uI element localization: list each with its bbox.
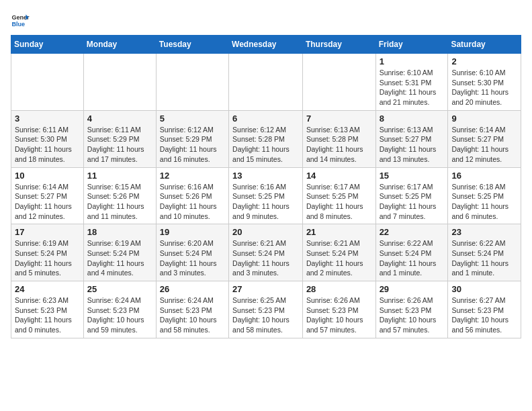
day-number: 2	[451, 56, 517, 66]
calendar-cell: 11Sunrise: 6:15 AM Sunset: 5:26 PM Dayli…	[83, 167, 156, 224]
day-number: 3	[15, 113, 80, 124]
day-number: 15	[380, 171, 445, 181]
calendar-cell: 30Sunrise: 6:27 AM Sunset: 5:23 PM Dayli…	[448, 281, 521, 338]
calendar-cell	[229, 54, 303, 111]
day-info: Sunrise: 6:20 AM Sunset: 5:24 PM Dayligh…	[160, 238, 225, 278]
calendar-cell: 28Sunrise: 6:26 AM Sunset: 5:23 PM Dayli…	[302, 281, 375, 338]
calendar-cell: 13Sunrise: 6:16 AM Sunset: 5:25 PM Dayli…	[229, 167, 303, 224]
calendar-cell: 2Sunrise: 6:10 AM Sunset: 5:30 PM Daylig…	[448, 54, 521, 111]
day-number: 7	[306, 113, 372, 124]
day-number: 23	[451, 227, 517, 237]
day-info: Sunrise: 6:19 AM Sunset: 5:24 PM Dayligh…	[87, 238, 152, 278]
day-info: Sunrise: 6:11 AM Sunset: 5:29 PM Dayligh…	[87, 125, 152, 165]
day-number: 11	[87, 171, 152, 181]
day-info: Sunrise: 6:14 AM Sunset: 5:27 PM Dayligh…	[15, 182, 80, 222]
week-row-2: 10Sunrise: 6:14 AM Sunset: 5:27 PM Dayli…	[11, 167, 521, 224]
day-info: Sunrise: 6:21 AM Sunset: 5:24 PM Dayligh…	[306, 238, 372, 278]
calendar-cell: 25Sunrise: 6:24 AM Sunset: 5:23 PM Dayli…	[83, 281, 156, 338]
day-info: Sunrise: 6:25 AM Sunset: 5:23 PM Dayligh…	[232, 295, 299, 335]
calendar-cell: 3Sunrise: 6:11 AM Sunset: 5:30 PM Daylig…	[11, 110, 84, 167]
day-number: 9	[451, 113, 517, 124]
day-info: Sunrise: 6:23 AM Sunset: 5:23 PM Dayligh…	[15, 295, 80, 335]
calendar-cell: 9Sunrise: 6:14 AM Sunset: 5:27 PM Daylig…	[448, 110, 521, 167]
day-number: 22	[380, 227, 445, 237]
calendar-cell: 12Sunrise: 6:16 AM Sunset: 5:26 PM Dayli…	[156, 167, 228, 224]
calendar-cell: 22Sunrise: 6:22 AM Sunset: 5:24 PM Dayli…	[375, 224, 448, 281]
day-info: Sunrise: 6:17 AM Sunset: 5:25 PM Dayligh…	[306, 182, 372, 222]
calendar-cell: 1Sunrise: 6:10 AM Sunset: 5:31 PM Daylig…	[375, 54, 448, 111]
day-info: Sunrise: 6:12 AM Sunset: 5:29 PM Dayligh…	[160, 125, 225, 165]
svg-text:Blue: Blue	[11, 21, 25, 28]
calendar-cell: 5Sunrise: 6:12 AM Sunset: 5:29 PM Daylig…	[156, 110, 228, 167]
calendar-cell: 18Sunrise: 6:19 AM Sunset: 5:24 PM Dayli…	[83, 224, 156, 281]
day-number: 4	[87, 113, 152, 124]
week-row-4: 24Sunrise: 6:23 AM Sunset: 5:23 PM Dayli…	[11, 281, 521, 338]
calendar-cell: 29Sunrise: 6:26 AM Sunset: 5:23 PM Dayli…	[375, 281, 448, 338]
calendar-cell: 27Sunrise: 6:25 AM Sunset: 5:23 PM Dayli…	[229, 281, 303, 338]
day-info: Sunrise: 6:13 AM Sunset: 5:28 PM Dayligh…	[306, 125, 372, 165]
week-row-3: 17Sunrise: 6:19 AM Sunset: 5:24 PM Dayli…	[11, 224, 521, 281]
weekday-header-sunday: Sunday	[11, 36, 84, 54]
day-number: 29	[380, 284, 445, 294]
day-number: 24	[15, 284, 80, 294]
day-number: 1	[380, 56, 445, 66]
day-number: 19	[160, 227, 225, 237]
header: General Blue	[11, 11, 521, 30]
week-row-1: 3Sunrise: 6:11 AM Sunset: 5:30 PM Daylig…	[11, 110, 521, 167]
day-number: 16	[451, 171, 517, 181]
calendar-cell: 19Sunrise: 6:20 AM Sunset: 5:24 PM Dayli…	[156, 224, 228, 281]
calendar-cell: 7Sunrise: 6:13 AM Sunset: 5:28 PM Daylig…	[302, 110, 375, 167]
week-row-0: 1Sunrise: 6:10 AM Sunset: 5:31 PM Daylig…	[11, 54, 521, 111]
day-number: 17	[15, 227, 80, 237]
day-info: Sunrise: 6:17 AM Sunset: 5:25 PM Dayligh…	[380, 182, 445, 222]
weekday-header-saturday: Saturday	[448, 36, 521, 54]
day-info: Sunrise: 6:19 AM Sunset: 5:24 PM Dayligh…	[15, 238, 80, 278]
header-row: SundayMondayTuesdayWednesdayThursdayFrid…	[11, 36, 521, 54]
calendar-cell: 15Sunrise: 6:17 AM Sunset: 5:25 PM Dayli…	[375, 167, 448, 224]
day-number: 8	[380, 113, 445, 124]
day-number: 30	[451, 284, 517, 294]
day-info: Sunrise: 6:22 AM Sunset: 5:24 PM Dayligh…	[380, 238, 445, 278]
day-info: Sunrise: 6:24 AM Sunset: 5:23 PM Dayligh…	[87, 295, 152, 335]
calendar-cell: 16Sunrise: 6:18 AM Sunset: 5:25 PM Dayli…	[448, 167, 521, 224]
calendar-cell: 14Sunrise: 6:17 AM Sunset: 5:25 PM Dayli…	[302, 167, 375, 224]
day-info: Sunrise: 6:15 AM Sunset: 5:26 PM Dayligh…	[87, 182, 152, 222]
day-number: 12	[160, 171, 225, 181]
calendar-cell: 6Sunrise: 6:12 AM Sunset: 5:28 PM Daylig…	[229, 110, 303, 167]
calendar-cell	[156, 54, 228, 111]
day-info: Sunrise: 6:16 AM Sunset: 5:25 PM Dayligh…	[232, 182, 299, 222]
day-info: Sunrise: 6:27 AM Sunset: 5:23 PM Dayligh…	[451, 295, 517, 335]
calendar-cell: 8Sunrise: 6:13 AM Sunset: 5:27 PM Daylig…	[375, 110, 448, 167]
calendar-cell	[302, 54, 375, 111]
calendar-cell: 4Sunrise: 6:11 AM Sunset: 5:29 PM Daylig…	[83, 110, 156, 167]
calendar-cell: 24Sunrise: 6:23 AM Sunset: 5:23 PM Dayli…	[11, 281, 84, 338]
calendar-cell: 17Sunrise: 6:19 AM Sunset: 5:24 PM Dayli…	[11, 224, 84, 281]
day-number: 18	[87, 227, 152, 237]
day-number: 20	[232, 227, 299, 237]
calendar-cell	[83, 54, 156, 111]
calendar-cell: 23Sunrise: 6:22 AM Sunset: 5:24 PM Dayli…	[448, 224, 521, 281]
logo: General Blue	[11, 11, 30, 30]
day-number: 13	[232, 171, 299, 181]
day-number: 25	[87, 284, 152, 294]
weekday-header-thursday: Thursday	[302, 36, 375, 54]
day-number: 27	[232, 284, 299, 294]
day-number: 21	[306, 227, 372, 237]
day-info: Sunrise: 6:26 AM Sunset: 5:23 PM Dayligh…	[306, 295, 372, 335]
day-info: Sunrise: 6:10 AM Sunset: 5:31 PM Dayligh…	[380, 68, 445, 107]
calendar-cell: 20Sunrise: 6:21 AM Sunset: 5:24 PM Dayli…	[229, 224, 303, 281]
day-number: 5	[160, 113, 225, 124]
day-number: 10	[15, 171, 80, 181]
weekday-header-monday: Monday	[83, 36, 156, 54]
day-info: Sunrise: 6:12 AM Sunset: 5:28 PM Dayligh…	[232, 125, 299, 165]
day-number: 28	[306, 284, 372, 294]
logo-icon: General Blue	[11, 11, 30, 30]
day-info: Sunrise: 6:10 AM Sunset: 5:30 PM Dayligh…	[451, 68, 517, 107]
day-info: Sunrise: 6:18 AM Sunset: 5:25 PM Dayligh…	[451, 182, 517, 222]
day-info: Sunrise: 6:11 AM Sunset: 5:30 PM Dayligh…	[15, 125, 80, 165]
day-info: Sunrise: 6:26 AM Sunset: 5:23 PM Dayligh…	[380, 295, 445, 335]
weekday-header-friday: Friday	[375, 36, 448, 54]
day-number: 14	[306, 171, 372, 181]
calendar-cell	[11, 54, 84, 111]
calendar-cell: 21Sunrise: 6:21 AM Sunset: 5:24 PM Dayli…	[302, 224, 375, 281]
